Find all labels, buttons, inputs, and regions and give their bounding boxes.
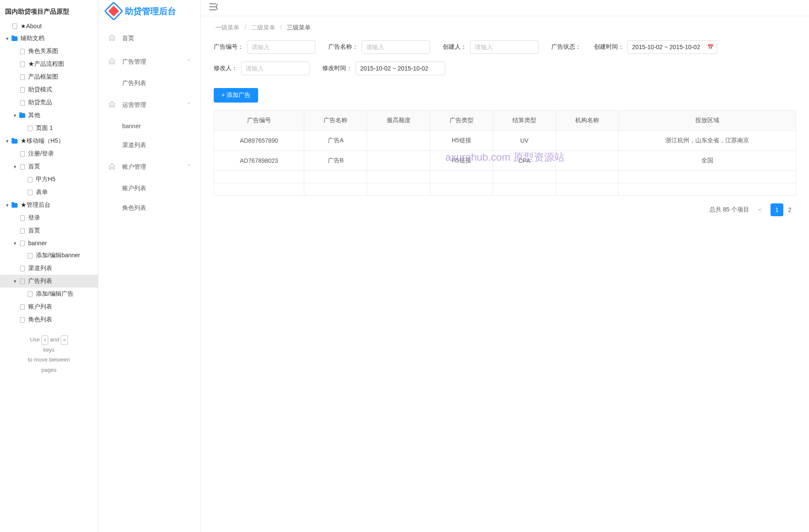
tree-node-page[interactable]: 甲方H5 xyxy=(0,173,98,186)
tree-node-page[interactable]: 注册/登录 xyxy=(0,147,98,160)
nav-item[interactable]: 运营管理˄ xyxy=(98,93,200,117)
tree-node-folder[interactable]: ▼辅助文档 xyxy=(0,32,98,45)
tree-node-page[interactable]: ▼banner xyxy=(0,237,98,249)
filter-label-ad-status: 广告状态： xyxy=(551,43,581,51)
tree-node-page[interactable]: 登录 xyxy=(0,212,98,224)
tree-node-label: 助贷模式 xyxy=(28,86,98,94)
page-number-button[interactable]: 1 xyxy=(771,203,783,216)
page-number-button[interactable]: 2 xyxy=(783,203,796,216)
page-icon xyxy=(19,150,26,157)
page-icon xyxy=(26,176,33,183)
table-header: 广告名称 xyxy=(304,111,367,131)
page-icon xyxy=(19,303,26,310)
tree-node-label: 添加/编辑banner xyxy=(36,252,98,259)
tree-node-folder[interactable]: ▼★管理后台 xyxy=(0,199,98,212)
filter-label-create-time: 创建时间： xyxy=(594,43,624,51)
breadcrumb-item[interactable]: 一级菜单 xyxy=(215,24,239,31)
modifier-input[interactable] xyxy=(241,62,309,75)
nav-item-label: 首页 xyxy=(122,35,134,42)
breadcrumb-item: 三级菜单 xyxy=(287,24,311,31)
menu-toggle-icon[interactable] xyxy=(209,3,218,12)
house-icon xyxy=(109,58,116,66)
table-header: 机构名称 xyxy=(556,111,618,131)
nav-sub-item[interactable]: 广告列表 xyxy=(98,73,200,93)
table-cell xyxy=(556,151,618,171)
tree-node-page[interactable]: 账户列表 xyxy=(0,300,98,313)
tree-node-page[interactable]: 角色列表 xyxy=(0,313,98,326)
table-cell xyxy=(619,183,796,196)
tree-node-label: 甲方H5 xyxy=(36,176,98,183)
table-cell xyxy=(493,183,556,196)
prev-page-button[interactable]: < xyxy=(753,203,766,216)
tree-node-folder[interactable]: ▼★移动端（H5） xyxy=(0,135,98,147)
tree-caret-icon: ▼ xyxy=(13,241,19,246)
tree-node-page[interactable]: 助贷模式 xyxy=(0,83,98,96)
table-row[interactable]: AD897657890广告AH5链接UV浙江杭州，山东全省，江苏南京 xyxy=(214,131,796,151)
tree-node-page[interactable]: 添加/编辑广告 xyxy=(0,288,98,300)
tree-caret-icon: ▼ xyxy=(5,203,11,208)
table-row[interactable]: AD767898023广告BH5链接CPA全国 xyxy=(214,151,796,171)
logo-icon xyxy=(104,1,123,21)
ad-name-input[interactable] xyxy=(362,40,430,54)
breadcrumb-item[interactable]: 二级菜单 xyxy=(251,24,275,31)
tree-node-folder[interactable]: ▼其他 xyxy=(0,109,98,122)
table-header: 广告类型 xyxy=(430,111,493,131)
app-logo[interactable]: 助贷管理后台 xyxy=(98,0,200,26)
nav-sub-item[interactable]: 角色列表 xyxy=(98,198,200,218)
tree-node-label: 表单 xyxy=(36,188,98,196)
add-ad-button[interactable]: + 添加广告 xyxy=(214,88,258,103)
tree-node-page[interactable]: 首页 xyxy=(0,224,98,237)
table-cell: 广告B xyxy=(304,151,367,171)
nav-item[interactable]: 首页 xyxy=(98,26,200,50)
chevron-up-icon: ˄ xyxy=(188,102,190,108)
table-cell: 全国 xyxy=(619,151,796,171)
page-icon xyxy=(19,227,26,234)
chevron-up-icon: ˄ xyxy=(188,164,190,170)
nav-item-label: 账户管理 xyxy=(122,163,146,171)
house-icon xyxy=(109,34,116,42)
tree-node-page[interactable]: 角色关系图 xyxy=(0,45,98,58)
table-cell xyxy=(556,131,618,151)
house-icon xyxy=(109,101,116,109)
tree-node-label: banner xyxy=(28,240,98,247)
main-content: 一级菜单 / 二级菜单 / 三级菜单 广告编号： 广告名称： 创建人： 广告状态… xyxy=(201,0,809,532)
nav-item[interactable]: 广告管理˄ xyxy=(98,50,200,73)
tree-node-page[interactable]: 产品框架图 xyxy=(0,71,98,83)
page-icon xyxy=(19,48,26,55)
pagination: 总共 85 个项目 < 12 xyxy=(214,196,796,224)
table-cell xyxy=(430,171,493,183)
table-row[interactable] xyxy=(214,171,796,183)
tree-node-page[interactable]: ▼首页 xyxy=(0,160,98,173)
folder-icon xyxy=(11,138,18,144)
filter-label-modifier: 修改人： xyxy=(214,65,238,72)
page-icon xyxy=(19,163,26,170)
tree-node-page[interactable]: 渠道列表 xyxy=(0,262,98,275)
tree-node-page[interactable]: 表单 xyxy=(0,186,98,199)
creator-input[interactable] xyxy=(470,40,538,54)
ad-id-input[interactable] xyxy=(247,40,315,54)
table-header: 投放区域 xyxy=(619,111,796,131)
tree-node-page[interactable]: ▼广告列表 xyxy=(0,275,98,288)
table-row[interactable] xyxy=(214,183,796,196)
page-icon xyxy=(19,316,26,323)
nav-sub-item[interactable]: 账户列表 xyxy=(98,179,200,198)
table-cell xyxy=(367,171,430,183)
tree-title: 国内助贷项目产品原型 xyxy=(0,3,98,20)
nav-sub-item[interactable]: banner xyxy=(98,117,200,135)
table-header: 最高额度 xyxy=(367,111,430,131)
modify-time-input[interactable] xyxy=(356,62,445,75)
nav-sub-item[interactable]: 渠道列表 xyxy=(98,135,200,155)
nav-item[interactable]: 账户管理˄ xyxy=(98,155,200,179)
tree-node-page[interactable]: ★产品流程图 xyxy=(0,58,98,71)
create-time-input[interactable] xyxy=(627,40,717,54)
tree-node-page[interactable]: 添加/编辑banner xyxy=(0,249,98,262)
tree-node-page[interactable]: 助贷竞品 xyxy=(0,96,98,109)
table-cell xyxy=(430,183,493,196)
tree-node-page[interactable]: 页面 1 xyxy=(0,122,98,135)
folder-icon xyxy=(19,112,26,119)
ad-table: 广告编号广告名称最高额度广告类型结算类型机构名称投放区域 AD897657890… xyxy=(214,110,796,196)
tree-caret-icon: ▼ xyxy=(13,279,19,284)
page-icon xyxy=(26,125,33,132)
tree-node-page[interactable]: ★About xyxy=(0,20,98,32)
page-icon xyxy=(19,240,26,247)
